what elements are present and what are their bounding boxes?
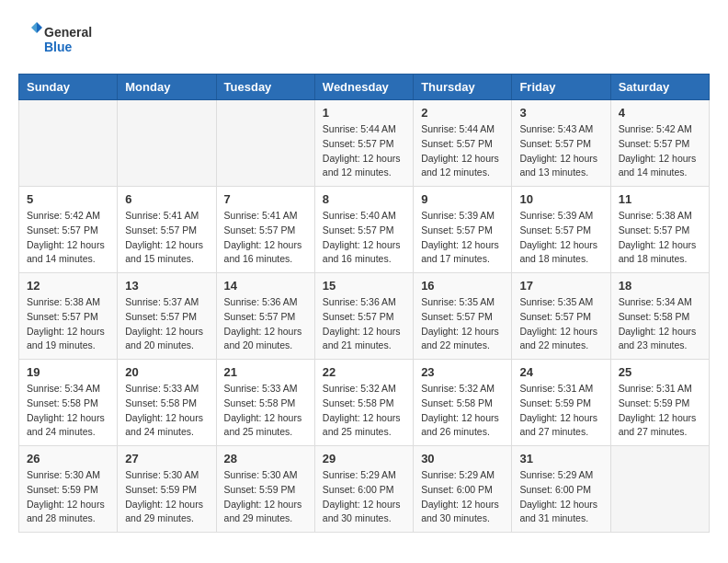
day-info: Sunrise: 5:43 AMSunset: 5:57 PMDaylight:…: [519, 122, 602, 180]
day-info: Sunrise: 5:31 AMSunset: 5:59 PMDaylight:…: [619, 382, 701, 440]
day-info: Sunrise: 5:34 AMSunset: 5:58 PMDaylight:…: [619, 295, 701, 353]
day-info: Sunrise: 5:30 AMSunset: 5:59 PMDaylight:…: [27, 468, 109, 526]
svg-marker-3: [31, 22, 37, 33]
day-number: 23: [421, 365, 504, 379]
calendar-cell: [610, 446, 709, 533]
calendar-cell: 26Sunrise: 5:30 AMSunset: 5:59 PMDayligh…: [19, 446, 118, 533]
day-number: 28: [224, 452, 307, 465]
day-info: Sunrise: 5:40 AMSunset: 5:57 PMDaylight:…: [323, 209, 405, 267]
calendar-cell: 29Sunrise: 5:29 AMSunset: 6:00 PMDayligh…: [314, 446, 413, 533]
calendar-cell: [19, 100, 118, 187]
weekday-header-saturday: Saturday: [610, 75, 709, 100]
calendar-week-1: 1Sunrise: 5:44 AMSunset: 5:57 PMDaylight…: [19, 100, 710, 187]
day-info: Sunrise: 5:41 AMSunset: 5:57 PMDaylight:…: [224, 209, 307, 267]
calendar-cell: 19Sunrise: 5:34 AMSunset: 5:58 PMDayligh…: [19, 360, 118, 446]
calendar-cell: [118, 100, 216, 187]
calendar-cell: 13Sunrise: 5:37 AMSunset: 5:57 PMDayligh…: [118, 273, 216, 360]
logo-svg: General Blue: [18, 18, 129, 59]
calendar-cell: 5Sunrise: 5:42 AMSunset: 5:57 PMDaylight…: [19, 187, 118, 273]
calendar-cell: 11Sunrise: 5:38 AMSunset: 5:57 PMDayligh…: [610, 187, 709, 273]
day-number: 11: [619, 192, 701, 206]
svg-text:Blue: Blue: [44, 40, 73, 54]
day-info: Sunrise: 5:30 AMSunset: 5:59 PMDaylight:…: [224, 468, 307, 526]
calendar-cell: 16Sunrise: 5:35 AMSunset: 5:57 PMDayligh…: [414, 273, 512, 360]
day-info: Sunrise: 5:29 AMSunset: 6:00 PMDaylight:…: [323, 468, 405, 526]
day-number: 7: [224, 192, 307, 206]
day-info: Sunrise: 5:42 AMSunset: 5:57 PMDaylight:…: [619, 122, 701, 180]
calendar-cell: 23Sunrise: 5:32 AMSunset: 5:58 PMDayligh…: [414, 360, 512, 446]
day-number: 22: [323, 365, 405, 379]
day-number: 14: [224, 279, 307, 293]
day-info: Sunrise: 5:32 AMSunset: 5:58 PMDaylight:…: [323, 382, 405, 440]
day-info: Sunrise: 5:30 AMSunset: 5:59 PMDaylight:…: [125, 468, 208, 526]
calendar-week-4: 19Sunrise: 5:34 AMSunset: 5:58 PMDayligh…: [19, 360, 710, 446]
day-info: Sunrise: 5:42 AMSunset: 5:57 PMDaylight:…: [27, 209, 109, 267]
day-number: 5: [27, 192, 109, 206]
day-info: Sunrise: 5:34 AMSunset: 5:58 PMDaylight:…: [27, 382, 109, 440]
calendar-cell: 3Sunrise: 5:43 AMSunset: 5:57 PMDaylight…: [512, 100, 610, 187]
calendar-cell: 18Sunrise: 5:34 AMSunset: 5:58 PMDayligh…: [610, 273, 709, 360]
calendar-cell: 12Sunrise: 5:38 AMSunset: 5:57 PMDayligh…: [19, 273, 118, 360]
day-number: 18: [619, 279, 701, 293]
day-info: Sunrise: 5:33 AMSunset: 5:58 PMDaylight:…: [224, 382, 307, 440]
calendar-cell: 28Sunrise: 5:30 AMSunset: 5:59 PMDayligh…: [216, 446, 314, 533]
calendar-week-2: 5Sunrise: 5:42 AMSunset: 5:57 PMDaylight…: [19, 187, 710, 273]
calendar-cell: 10Sunrise: 5:39 AMSunset: 5:57 PMDayligh…: [512, 187, 610, 273]
day-info: Sunrise: 5:39 AMSunset: 5:57 PMDaylight:…: [421, 209, 504, 267]
calendar-cell: 20Sunrise: 5:33 AMSunset: 5:58 PMDayligh…: [118, 360, 216, 446]
day-number: 13: [125, 279, 208, 293]
day-number: 1: [323, 106, 405, 120]
day-number: 10: [519, 192, 602, 206]
weekday-header-friday: Friday: [512, 75, 610, 100]
calendar-cell: 15Sunrise: 5:36 AMSunset: 5:57 PMDayligh…: [314, 273, 413, 360]
calendar-cell: 30Sunrise: 5:29 AMSunset: 6:00 PMDayligh…: [414, 446, 512, 533]
calendar-cell: 14Sunrise: 5:36 AMSunset: 5:57 PMDayligh…: [216, 273, 314, 360]
calendar-cell: 9Sunrise: 5:39 AMSunset: 5:57 PMDaylight…: [414, 187, 512, 273]
day-info: Sunrise: 5:39 AMSunset: 5:57 PMDaylight:…: [519, 209, 602, 267]
calendar-cell: 7Sunrise: 5:41 AMSunset: 5:57 PMDaylight…: [216, 187, 314, 273]
day-number: 2: [421, 106, 504, 120]
calendar-cell: 4Sunrise: 5:42 AMSunset: 5:57 PMDaylight…: [610, 100, 709, 187]
weekday-header-tuesday: Tuesday: [216, 75, 314, 100]
day-number: 27: [125, 452, 208, 465]
calendar-week-5: 26Sunrise: 5:30 AMSunset: 5:59 PMDayligh…: [19, 446, 710, 533]
day-info: Sunrise: 5:44 AMSunset: 5:57 PMDaylight:…: [323, 122, 405, 180]
svg-marker-2: [37, 22, 42, 33]
day-number: 17: [519, 279, 602, 293]
logo: General Blue: [18, 18, 129, 59]
day-info: Sunrise: 5:38 AMSunset: 5:57 PMDaylight:…: [619, 209, 701, 267]
day-number: 8: [323, 192, 405, 206]
day-info: Sunrise: 5:33 AMSunset: 5:58 PMDaylight:…: [125, 382, 208, 440]
svg-text:General: General: [44, 25, 92, 40]
calendar-cell: 1Sunrise: 5:44 AMSunset: 5:57 PMDaylight…: [314, 100, 413, 187]
day-number: 25: [619, 365, 701, 379]
calendar-cell: 8Sunrise: 5:40 AMSunset: 5:57 PMDaylight…: [314, 187, 413, 273]
calendar-table: SundayMondayTuesdayWednesdayThursdayFrid…: [18, 74, 710, 533]
day-number: 21: [224, 365, 307, 379]
calendar-cell: 27Sunrise: 5:30 AMSunset: 5:59 PMDayligh…: [118, 446, 216, 533]
calendar-cell: 24Sunrise: 5:31 AMSunset: 5:59 PMDayligh…: [512, 360, 610, 446]
day-info: Sunrise: 5:38 AMSunset: 5:57 PMDaylight:…: [27, 295, 109, 353]
calendar-cell: 25Sunrise: 5:31 AMSunset: 5:59 PMDayligh…: [610, 360, 709, 446]
day-number: 26: [27, 452, 109, 465]
day-info: Sunrise: 5:36 AMSunset: 5:57 PMDaylight:…: [323, 295, 405, 353]
calendar-cell: 6Sunrise: 5:41 AMSunset: 5:57 PMDaylight…: [118, 187, 216, 273]
day-number: 24: [519, 365, 602, 379]
day-number: 30: [421, 452, 504, 465]
calendar-cell: 2Sunrise: 5:44 AMSunset: 5:57 PMDaylight…: [414, 100, 512, 187]
day-info: Sunrise: 5:31 AMSunset: 5:59 PMDaylight:…: [519, 382, 602, 440]
calendar-cell: 21Sunrise: 5:33 AMSunset: 5:58 PMDayligh…: [216, 360, 314, 446]
day-number: 6: [125, 192, 208, 206]
calendar-cell: 31Sunrise: 5:29 AMSunset: 6:00 PMDayligh…: [512, 446, 610, 533]
calendar-cell: 22Sunrise: 5:32 AMSunset: 5:58 PMDayligh…: [314, 360, 413, 446]
weekday-header-row: SundayMondayTuesdayWednesdayThursdayFrid…: [19, 75, 710, 100]
day-number: 16: [421, 279, 504, 293]
calendar-cell: 17Sunrise: 5:35 AMSunset: 5:57 PMDayligh…: [512, 273, 610, 360]
day-info: Sunrise: 5:35 AMSunset: 5:57 PMDaylight:…: [421, 295, 504, 353]
day-number: 9: [421, 192, 504, 206]
weekday-header-sunday: Sunday: [19, 75, 118, 100]
calendar-cell: [216, 100, 314, 187]
weekday-header-thursday: Thursday: [414, 75, 512, 100]
day-number: 19: [27, 365, 109, 379]
weekday-header-monday: Monday: [118, 75, 216, 100]
